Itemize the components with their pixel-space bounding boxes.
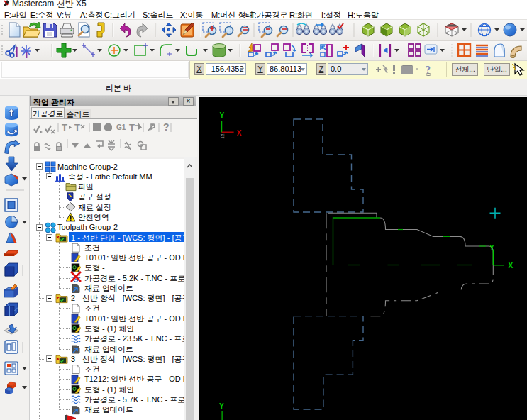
svg-text:X: X [509, 262, 514, 270]
svg-text:Y: Y [489, 244, 494, 252]
svg-text:Y: Y [219, 402, 224, 410]
svg-text:Y: Y [220, 111, 225, 119]
svg-text:직: 직 [220, 133, 225, 139]
svg-text:?: ? [163, 121, 170, 133]
svg-text:G1: G1 [116, 123, 126, 131]
svg-text:X: X [237, 129, 242, 137]
svg-text:T: T [62, 122, 67, 133]
svg-text:T: T [74, 122, 80, 133]
svg-text:T: T [129, 122, 135, 133]
